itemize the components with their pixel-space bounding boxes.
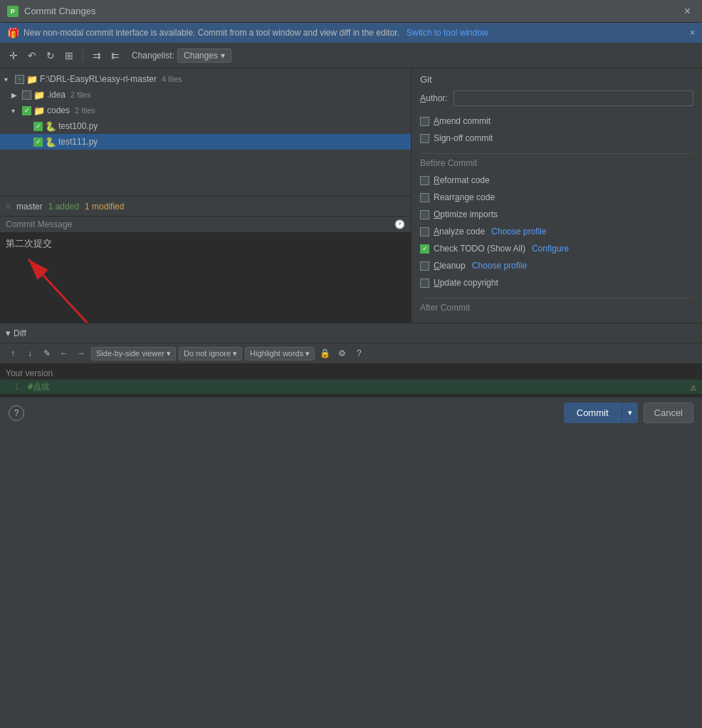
after-commit-divider: After Commit xyxy=(420,298,693,313)
refresh-btn[interactable]: ↻ xyxy=(43,48,58,63)
changelist-dropdown[interactable]: Changes ▾ xyxy=(177,48,231,63)
update-copyright-checkbox[interactable] xyxy=(420,279,429,288)
check-todo-checkbox[interactable]: ✓ xyxy=(420,244,429,254)
cleanup-link[interactable]: Choose profile xyxy=(472,261,527,271)
branch-status-bar: ⑂ master 1 added 1 modified xyxy=(0,197,411,217)
highlight-value: Highlight words xyxy=(250,349,303,358)
analyze-code-row: Analyze code Choose profile xyxy=(420,224,693,239)
signoff-commit-label: Sign-off commit xyxy=(434,133,493,143)
signoff-commit-row: Sign-off commit xyxy=(420,130,693,146)
idea-checkbox[interactable] xyxy=(22,90,31,100)
changelist-arrow-icon: ▾ xyxy=(221,51,225,61)
diff-header: ▾ Diff xyxy=(0,323,702,343)
diff-title[interactable]: Diff xyxy=(14,328,26,338)
tree-codes[interactable]: ▾ ✓ 📁 codes 2 files xyxy=(0,103,411,118)
diff-next-btn[interactable]: → xyxy=(74,346,88,360)
lock-btn[interactable]: 🔒 xyxy=(318,346,332,360)
commit-button[interactable]: Commit xyxy=(564,402,622,423)
diff-section: ▾ Diff ↑ ↓ ✎ ← → Side-by-side viewer ▾ D… xyxy=(0,323,702,397)
viewer-value: Side-by-side viewer xyxy=(96,349,164,358)
collapse-btn[interactable]: ⇇ xyxy=(108,48,123,63)
rearrange-code-label: Rearrange code xyxy=(434,192,495,202)
commit-message-input[interactable]: 第二次提交 xyxy=(0,233,411,323)
amend-commit-row: Amend commit xyxy=(420,113,693,129)
codes-arrow-icon: ▾ xyxy=(11,107,20,115)
diff-line-num-1: 1 xyxy=(0,382,25,392)
diff-up-btn[interactable]: ↑ xyxy=(6,346,20,360)
settings-btn[interactable]: ⚙ xyxy=(335,346,349,360)
test100-checkbox[interactable]: ✓ xyxy=(33,122,43,131)
main-toolbar: ✛ ↶ ↻ ⊞ ⇉ ⇇ Changelist: Changes ▾ xyxy=(0,43,702,68)
cleanup-checkbox[interactable] xyxy=(420,261,429,271)
cleanup-label: Cleanup xyxy=(434,261,466,271)
test111-file-icon: 🐍 xyxy=(45,137,56,147)
commit-message-label: Commit Message xyxy=(6,219,72,229)
author-input[interactable] xyxy=(454,90,693,106)
test111-checkbox[interactable]: ✓ xyxy=(33,137,43,147)
cancel-button[interactable]: Cancel xyxy=(644,402,693,423)
viewer-dropdown[interactable]: Side-by-side viewer ▾ xyxy=(91,347,176,360)
commit-message-area: Commit Message 🕐 第二次提交 xyxy=(0,217,411,323)
optimize-imports-label: Optimize imports xyxy=(434,209,498,219)
viewer-arrow-icon: ▾ xyxy=(167,349,171,358)
test100-file-icon: 🐍 xyxy=(45,121,56,132)
idea-folder-icon: 📁 xyxy=(33,90,45,100)
help-button[interactable]: ? xyxy=(9,405,24,421)
commit-message-header: Commit Message 🕐 xyxy=(0,217,411,233)
bottom-right: Commit ▾ Cancel xyxy=(564,402,693,423)
analyze-code-checkbox[interactable] xyxy=(420,227,429,236)
commit-dropdown-button[interactable]: ▾ xyxy=(622,402,638,423)
title-bar: P Commit Changes × xyxy=(0,0,702,23)
tree-test111[interactable]: ▶ ✓ 🐍 test111.py xyxy=(0,134,411,150)
help-diff-btn[interactable]: ? xyxy=(352,346,366,360)
history-icon[interactable]: 🕐 xyxy=(394,219,405,229)
modified-count: 1 modified xyxy=(85,202,124,212)
tree-root[interactable]: ▾ − 📁 F:\DRL-EasyRL\easy-rl-master 4 fil… xyxy=(0,71,411,87)
tree-test100[interactable]: ▶ ✓ 🐍 test100.py xyxy=(0,118,411,134)
amend-commit-checkbox[interactable] xyxy=(420,117,429,126)
codes-folder-icon: 📁 xyxy=(33,105,45,116)
root-count: 4 files xyxy=(162,75,182,83)
diff-collapse-icon[interactable]: ▾ xyxy=(6,328,11,338)
info-bar-close[interactable]: × xyxy=(690,28,695,38)
diff-down-btn[interactable]: ↓ xyxy=(23,346,37,360)
reformat-code-checkbox[interactable] xyxy=(420,176,429,185)
file-tree: ▾ − 📁 F:\DRL-EasyRL\easy-rl-master 4 fil… xyxy=(0,68,411,197)
diff-content: Your version 1 #点坑 ⚠ xyxy=(0,364,702,397)
rearrange-code-checkbox[interactable] xyxy=(420,193,429,202)
amend-commit-label: Amend commit xyxy=(434,116,491,126)
ignore-value: Do not ignore xyxy=(184,349,231,358)
changelist-value: Changes xyxy=(184,51,218,61)
optimize-imports-row: Optimize imports xyxy=(420,207,693,222)
author-label: Author: xyxy=(420,93,448,103)
branch-name: master xyxy=(16,202,43,212)
diff-edit-btn[interactable]: ✎ xyxy=(40,346,54,360)
move-changes-btn[interactable]: ✛ xyxy=(6,48,21,63)
changelist-label: Changelist: xyxy=(132,51,174,61)
window-close-button[interactable]: × xyxy=(680,4,695,19)
codes-checkbox[interactable]: ✓ xyxy=(22,106,31,115)
diff-prev-btn[interactable]: ← xyxy=(57,346,71,360)
window-title: Commit Changes xyxy=(24,6,674,16)
help-icon: ? xyxy=(14,408,19,418)
codes-count: 2 files xyxy=(75,106,95,115)
expand-btn[interactable]: ⇉ xyxy=(89,48,105,63)
highlight-dropdown[interactable]: Highlight words ▾ xyxy=(245,347,315,360)
signoff-commit-checkbox[interactable] xyxy=(420,134,429,143)
tree-idea[interactable]: ▶ 📁 .idea 2 files xyxy=(0,87,411,103)
rearrange-code-row: Rearrange code xyxy=(420,189,693,205)
check-todo-link[interactable]: Configure xyxy=(532,244,569,254)
content-area: ▾ − 📁 F:\DRL-EasyRL\easy-rl-master 4 fil… xyxy=(0,68,702,323)
idea-label: .idea xyxy=(47,90,66,100)
undo-btn[interactable]: ↶ xyxy=(24,48,40,63)
analyze-code-link[interactable]: Choose profile xyxy=(491,227,546,236)
left-panel: ▾ − 📁 F:\DRL-EasyRL\easy-rl-master 4 fil… xyxy=(0,68,412,323)
ignore-dropdown[interactable]: Do not ignore ▾ xyxy=(179,347,242,360)
info-bar-link[interactable]: Switch to tool window xyxy=(407,28,488,38)
group-btn[interactable]: ⊞ xyxy=(61,48,77,63)
test100-label: test100.py xyxy=(58,121,98,131)
idea-arrow-icon: ▶ xyxy=(11,91,20,99)
root-checkbox[interactable]: − xyxy=(15,75,24,84)
optimize-imports-checkbox[interactable] xyxy=(420,210,429,219)
test111-label: test111.py xyxy=(58,137,98,147)
